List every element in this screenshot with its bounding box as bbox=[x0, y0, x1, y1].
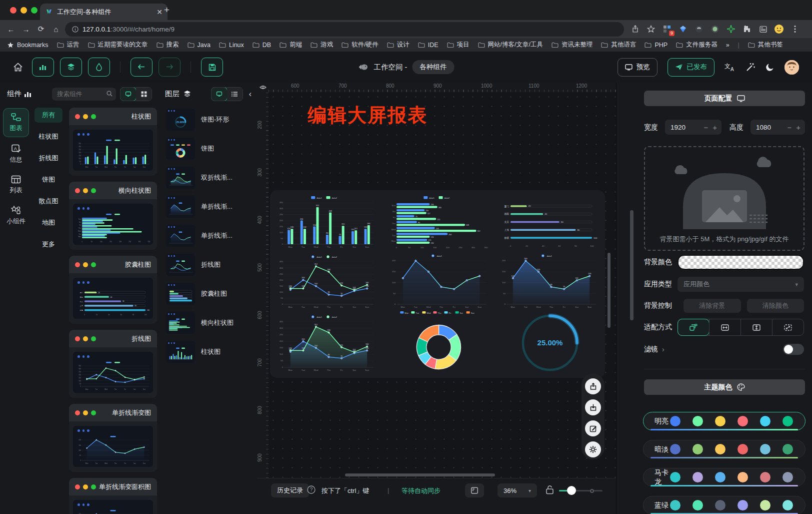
theme-row[interactable]: 马卡龙 bbox=[643, 468, 806, 486]
theme-color-dot[interactable] bbox=[738, 416, 748, 426]
bookmark-folder[interactable]: 搜索 bbox=[156, 41, 179, 49]
category-item[interactable]: 更多 bbox=[34, 237, 62, 252]
theme-color-dot[interactable] bbox=[738, 500, 748, 510]
bookmarks-root[interactable]: Bookmarks bbox=[7, 42, 48, 49]
category-item[interactable]: 地图 bbox=[34, 215, 62, 230]
extension-gem-icon[interactable] bbox=[678, 24, 688, 34]
zoom-slider-knob[interactable] bbox=[567, 486, 576, 495]
single-view-button[interactable] bbox=[120, 87, 136, 101]
extensions-puzzle-icon[interactable] bbox=[742, 24, 752, 34]
bookmark-folder[interactable]: 项目 bbox=[447, 41, 470, 49]
dashboard-chart-line-grad-area[interactable]: data1050100150200MonTueWedThuFriSatSun12… bbox=[498, 252, 600, 310]
layers-drawer-button[interactable] bbox=[60, 58, 82, 77]
layer-item[interactable]: 双折线渐... bbox=[159, 163, 258, 192]
settings-gear-icon[interactable] bbox=[585, 441, 601, 457]
bg-color-swatch[interactable] bbox=[678, 255, 804, 270]
theme-color-dot[interactable] bbox=[692, 416, 703, 426]
dashboard-chart-dual-area[interactable]: data1data2050100150200250300350MonTueWed… bbox=[275, 313, 378, 373]
theme-color-dot[interactable] bbox=[715, 444, 726, 454]
component-card[interactable]: 折线图050100150200250300350MonTueWedThuFriS… bbox=[69, 330, 157, 398]
clear-color-button[interactable]: 清除颜色 bbox=[747, 299, 804, 313]
chevron-right-icon[interactable]: › bbox=[662, 345, 664, 353]
theme-row[interactable]: 暗淡 bbox=[643, 440, 806, 458]
theme-color-dot[interactable] bbox=[738, 444, 748, 454]
theme-color-dot[interactable] bbox=[760, 500, 770, 510]
dashboard-chart-line[interactable]: data1data2050100150200250300350MonTueWed… bbox=[275, 253, 378, 310]
width-stepper[interactable]: 1920 −+ bbox=[665, 120, 722, 135]
bookmark-folder[interactable]: PHP bbox=[644, 41, 668, 49]
decrement-icon[interactable]: − bbox=[787, 123, 792, 132]
site-info-icon[interactable] bbox=[72, 26, 78, 33]
category-item[interactable]: 柱状图 bbox=[34, 129, 62, 144]
bookmark-folder[interactable]: 游戏 bbox=[310, 41, 333, 49]
theme-color-dot[interactable] bbox=[782, 472, 793, 482]
window-minimize-button[interactable] bbox=[20, 7, 27, 14]
bookmark-folder[interactable]: 近期需要读的文章 bbox=[88, 41, 148, 49]
dashboard-chart-ring[interactable]: 25.00% bbox=[501, 306, 599, 376]
new-tab-button[interactable]: + bbox=[164, 6, 170, 14]
help-icon[interactable]: ? bbox=[307, 485, 316, 494]
clear-background-button[interactable]: 清除背景 bbox=[684, 299, 741, 313]
import-button[interactable] bbox=[585, 399, 601, 415]
layer-item[interactable]: 单折线渐... bbox=[159, 192, 258, 221]
height-value[interactable]: 1080 bbox=[756, 124, 771, 131]
tab-close-icon[interactable]: ✕ bbox=[156, 8, 162, 16]
fit-scale-button[interactable] bbox=[678, 319, 710, 336]
reading-list-icon[interactable] bbox=[758, 24, 768, 34]
component-card[interactable]: 胶囊柱图厦门20南阳40北京60上海80新疆100020406080100 bbox=[69, 256, 157, 324]
theme-color-dot[interactable] bbox=[670, 444, 680, 454]
zoom-slider[interactable] bbox=[559, 490, 602, 491]
note-panel-button[interactable] bbox=[465, 483, 484, 497]
theme-color-dot[interactable] bbox=[760, 472, 770, 482]
dashboard-chart-donut[interactable]: MonTueWedThuFriSatSun bbox=[388, 309, 490, 375]
layer-item[interactable]: 单折线渐... bbox=[159, 221, 258, 250]
sidebar-tab-2[interactable]: A信息 bbox=[4, 140, 28, 168]
width-value[interactable]: 1920 bbox=[670, 124, 686, 131]
dashboard-chart-capsule[interactable]: 厦门20南阳40北京60上海80新疆100020406080100 bbox=[498, 197, 600, 248]
decrement-icon[interactable]: − bbox=[704, 123, 708, 132]
sidebar-tab-3[interactable]: 列表 bbox=[4, 171, 28, 199]
browser-home-button[interactable]: ⌂ bbox=[50, 23, 62, 35]
filter-toggle[interactable] bbox=[783, 344, 804, 355]
redo-button[interactable] bbox=[158, 58, 180, 77]
canvas-vertical-scrollbar[interactable] bbox=[608, 253, 610, 328]
user-avatar[interactable] bbox=[784, 60, 799, 75]
dashboard-chart-bar[interactable]: data1data2050100150200250300350MonTueWed… bbox=[275, 194, 378, 250]
bookmark-folder[interactable]: IDE bbox=[418, 41, 438, 49]
bookmark-folder[interactable]: 软件/硬件 bbox=[342, 41, 378, 49]
theme-color-dot[interactable] bbox=[670, 472, 680, 482]
zoom-select[interactable]: 36% ▾ bbox=[498, 483, 537, 497]
settings-scrollbar[interactable] bbox=[630, 210, 634, 320]
layer-item[interactable]: 饼图 bbox=[159, 134, 258, 163]
increment-icon[interactable]: + bbox=[796, 123, 800, 132]
dashboard-preview[interactable]: data1data2050100150200250300350MonTueWed… bbox=[270, 190, 605, 378]
browser-menu-icon[interactable] bbox=[790, 24, 800, 34]
history-button[interactable]: 历史记录 bbox=[271, 483, 309, 497]
sidebar-tab-1[interactable]: 图表 bbox=[3, 108, 29, 137]
filter-drawer-button[interactable] bbox=[88, 58, 110, 77]
language-icon[interactable]: 文A bbox=[724, 62, 736, 72]
background-upload-area[interactable]: 背景图需小于 5M，格式为 png/jpg/gif 的文件 bbox=[644, 146, 804, 251]
fit-stretch-button[interactable] bbox=[772, 319, 804, 335]
layer-item[interactable]: 折线图 bbox=[159, 250, 258, 279]
layer-item[interactable]: 25.00%饼图-环形 bbox=[159, 105, 258, 134]
theme-color-dot[interactable] bbox=[782, 500, 793, 510]
component-card[interactable]: 单折线渐变图050100150200MonTueWedThuFriSatSun bbox=[69, 404, 157, 472]
profile-avatar[interactable] bbox=[774, 24, 784, 34]
bookmark-folder[interactable]: 运营 bbox=[57, 41, 80, 49]
bookmark-folder[interactable]: 资讯未整理 bbox=[552, 41, 593, 49]
list-view-button[interactable] bbox=[227, 88, 242, 101]
sidebar-tab-4[interactable]: 小组件 bbox=[4, 202, 28, 230]
canvas-horizontal-scrollbar[interactable] bbox=[345, 473, 495, 476]
component-card[interactable]: 柱状图050100150200250300350MonTueWedThuFriS… bbox=[69, 108, 157, 176]
charts-drawer-button[interactable] bbox=[32, 58, 54, 77]
dark-mode-moon-icon[interactable] bbox=[766, 63, 774, 72]
increment-icon[interactable]: + bbox=[712, 123, 717, 132]
layer-item[interactable]: 柱状图 bbox=[159, 337, 258, 366]
theme-color-dot[interactable] bbox=[782, 444, 793, 454]
theme-color-dot[interactable] bbox=[760, 416, 770, 426]
save-button[interactable] bbox=[201, 58, 223, 77]
browser-reload-button[interactable]: ⟳ bbox=[35, 23, 47, 35]
category-item[interactable]: 饼图 bbox=[34, 172, 62, 187]
theme-color-dot[interactable] bbox=[715, 472, 726, 482]
